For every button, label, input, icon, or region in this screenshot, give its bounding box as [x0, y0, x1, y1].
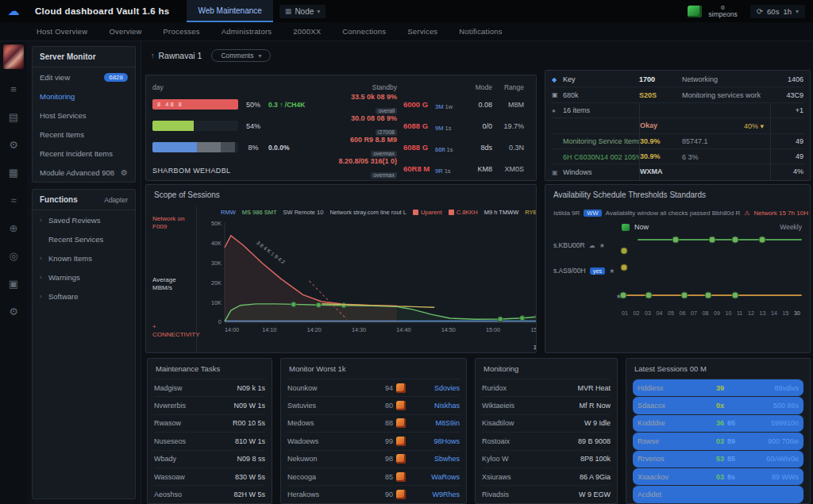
list-item[interactable]: Wassoaw830 W 5s — [154, 467, 265, 485]
availability-row[interactable]: s.AS9/00Hyes★ — [545, 258, 810, 283]
sidebar-item-recent-items[interactable]: Recent Items — [33, 125, 135, 144]
status-green-icon[interactable] — [688, 6, 702, 17]
list-item[interactable]: WiktaeieisMf R Now — [482, 396, 611, 414]
overview-row[interactable]: 8 48 850%0.3 ↑ /CH4K33.5 0k 08 9%overall… — [152, 94, 530, 115]
item-link[interactable]: Niskhas — [410, 402, 460, 410]
tab-administrators[interactable]: Administrators — [222, 27, 272, 36]
sidebar-item-monitoring[interactable]: Monitoring — [33, 87, 135, 106]
tab-processes[interactable]: Processes — [164, 27, 200, 36]
list-item[interactable]: RivadsisW 9 EGW — [482, 485, 611, 502]
legend-item[interactable]: Uparent — [413, 209, 442, 216]
list-item[interactable]: Kyloo W8P8 100k — [482, 450, 611, 467]
info-row[interactable]: ▣680kS20SMonitoring services work43C9 — [552, 87, 803, 102]
tab-2000xx[interactable]: 2000XX — [293, 27, 321, 36]
signal-icon[interactable]: ≈ — [0, 187, 27, 214]
legend-item[interactable]: RYBW — [525, 209, 537, 216]
list-item[interactable]: Xsaackov038s89 WWs — [633, 467, 803, 485]
list-item[interactable]: Swtuvies80Niskhas — [287, 396, 460, 414]
list-item[interactable]: Hddiesx3989vdivs — [633, 379, 803, 396]
sidebar-item-saved-reviews[interactable]: ›Saved Reviews — [33, 210, 135, 229]
item-link[interactable]: WaRows — [410, 473, 460, 481]
legend-item[interactable]: C.8KKH — [449, 209, 478, 216]
sidebar-item-edit-view[interactable]: Edit view6828 — [33, 67, 135, 87]
settings-icon[interactable]: ⚙ — [0, 298, 27, 325]
gear-icon[interactable]: ⚙ — [0, 131, 27, 159]
avatar[interactable] — [3, 44, 24, 69]
legend-item[interactable]: MS 986 SMT — [242, 209, 277, 216]
info-row[interactable]: ▣WindowsWXMA4% — [552, 164, 803, 179]
gear-icon[interactable]: ⚙ — [121, 168, 128, 177]
status-dot-icon[interactable] — [759, 237, 766, 244]
list-item[interactable]: Nounkow94Sdovies — [287, 379, 460, 396]
tab-services[interactable]: Services — [407, 27, 437, 36]
overview-row[interactable]: SHARBOM WEHADBL8.20.8/05 316(1 0)overmax… — [152, 158, 530, 179]
list-item[interactable]: WbadyN09 8 ss — [154, 450, 265, 467]
list-item[interactable]: Kodddiw3665599910n — [633, 414, 803, 432]
status-dot-icon[interactable] — [672, 237, 680, 244]
list-item[interactable]: Rostoaix89 B 9008 — [482, 432, 611, 449]
status-dot-icon[interactable] — [620, 292, 627, 299]
availability-row[interactable]: ★ — [545, 283, 810, 309]
list-item[interactable]: Xsiuraws86 A 9Gia — [482, 467, 611, 485]
target-icon[interactable]: ◎ — [0, 242, 27, 270]
list-item[interactable]: Sdaacox0x500 86s — [633, 396, 803, 414]
dashboard-icon[interactable]: ▤ — [0, 103, 27, 131]
sidebar-item-recent-services[interactable]: Recent Services — [33, 229, 135, 248]
overview-row[interactable]: 8%0.0.0%600 R9 8.8 M9overmax6088 G66ft 1… — [152, 137, 530, 158]
list-item[interactable]: NvwrerbisN09 W 1s — [154, 396, 265, 414]
legend-item[interactable]: RMW — [221, 209, 236, 216]
availability-row[interactable]: s.KBU00R☁★ — [545, 233, 810, 258]
status-dot-icon[interactable] — [732, 292, 739, 299]
tab-overview[interactable]: Overview — [109, 27, 141, 36]
list-item[interactable]: Acdidet — [633, 485, 803, 502]
list-item[interactable]: KisadtilowW 9 Idle — [482, 414, 611, 432]
status-dot-icon[interactable] — [708, 237, 715, 244]
tab-notifications[interactable]: Notifications — [459, 27, 502, 36]
list-item[interactable]: Wadoews9998Hows — [287, 432, 460, 449]
tab-connections[interactable]: Connections — [342, 27, 386, 36]
item-link[interactable]: 500 86s — [751, 402, 799, 410]
list-item[interactable]: Medows88M8S9in — [287, 414, 460, 432]
sidebar-panel2-right-label[interactable]: Adapter — [104, 196, 128, 204]
item-link[interactable]: 900 706w — [751, 437, 799, 445]
list-item[interactable]: Aeoshso82H W 5s — [154, 485, 265, 502]
list-item[interactable]: RwasowR00 10 5s — [154, 414, 265, 432]
status-dot-icon[interactable] — [732, 237, 739, 244]
item-link[interactable]: Sdovies — [410, 384, 460, 392]
header-active-tab[interactable]: Web Maintenance — [187, 0, 272, 22]
breadcrumb[interactable]: ↑ Rawnavai 1 — [151, 51, 202, 60]
item-link[interactable]: 599910n — [751, 419, 799, 427]
info-row[interactable]: Okay40% ▾ — [552, 118, 803, 133]
legend-item[interactable]: M9 h TMWW — [484, 209, 519, 216]
list-item[interactable]: RuridoxMVR Heat — [482, 379, 611, 396]
list-item[interactable]: Nekuwon98Sbwhes — [287, 450, 460, 467]
availability-badge[interactable]: WW — [584, 210, 601, 217]
overview-row[interactable]: 54%30.0 08 08 9%/270086088 G9M 1s0/019.7… — [152, 115, 530, 137]
item-link[interactable]: Sbwhes — [410, 455, 460, 463]
list-item[interactable]: Herakows90W9Rhes — [287, 485, 460, 502]
sidebar-item-module-advanced-908[interactable]: Module Advanced 908⚙ — [33, 163, 135, 182]
menu-icon[interactable]: ≡ — [0, 75, 27, 103]
app-logo-icon[interactable]: ☁ — [0, 4, 27, 18]
node-selector[interactable]: ▦ Node ▾ — [279, 5, 326, 18]
item-link[interactable]: M8S9in — [410, 419, 460, 427]
info-row[interactable]: 6H C6030N14 002 105%30.9%6 3%49 — [552, 149, 803, 164]
user-menu[interactable]: ⚙ simpeons — [708, 5, 737, 18]
status-dot-icon[interactable] — [621, 264, 628, 271]
apps-icon[interactable]: ▣ — [0, 270, 27, 298]
list-item[interactable]: Rswse0389900 706w — [633, 432, 803, 449]
info-row[interactable]: ◆Key1700Networking1406 — [552, 72, 803, 87]
item-link[interactable]: 89vdivs — [751, 384, 799, 392]
tab-host-overview[interactable]: Host Overview — [37, 27, 87, 36]
status-dot-icon[interactable] — [645, 292, 653, 299]
status-dot-icon[interactable] — [704, 292, 711, 299]
item-link[interactable]: 98Hows — [410, 437, 460, 445]
info-row[interactable]: ●16 items+1 — [552, 103, 803, 118]
item-link[interactable]: 89 WWs — [751, 473, 799, 481]
status-dot-icon[interactable] — [681, 292, 688, 299]
grid-icon[interactable]: ▦ — [0, 159, 27, 187]
sidebar-item-software[interactable]: ›Software — [33, 287, 135, 306]
list-item[interactable]: Rrvenos538560AWiv0e — [633, 450, 803, 467]
weekly-label[interactable]: Weekly — [780, 223, 802, 231]
status-dot-icon[interactable] — [621, 248, 628, 255]
